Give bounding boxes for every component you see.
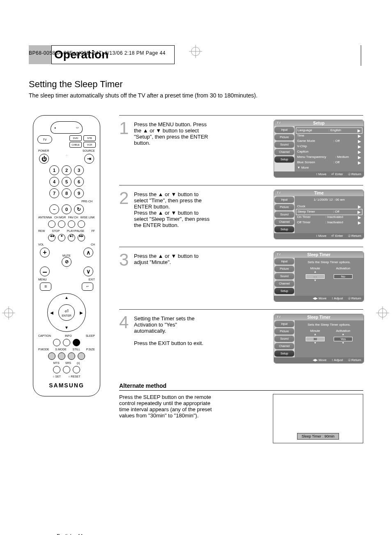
minute-label: Minute bbox=[306, 266, 325, 270]
osd-row[interactable]: Menu Transparency: Medium▶ bbox=[297, 155, 361, 160]
osd-nav-item[interactable]: Input bbox=[274, 197, 294, 203]
rec-button[interactable] bbox=[73, 366, 80, 373]
alternate-title: Alternate method bbox=[119, 382, 363, 391]
osd-nav-item[interactable]: Channel bbox=[274, 149, 294, 155]
chmgr-button[interactable] bbox=[58, 220, 65, 228]
dpad-down[interactable]: ▼ bbox=[65, 325, 69, 330]
caption-button[interactable] bbox=[53, 339, 60, 346]
chevron-right-icon: ▶ bbox=[358, 220, 361, 225]
num-3[interactable]: 3 bbox=[74, 165, 84, 175]
activation-value[interactable]: No bbox=[334, 274, 353, 279]
psize-button[interactable] bbox=[78, 352, 85, 360]
info-button[interactable] bbox=[63, 339, 70, 346]
osd-nav-item[interactable]: Channel bbox=[274, 219, 294, 225]
osd-nav-item[interactable]: Channel bbox=[274, 280, 294, 287]
osd-footer-hint: ↕ Adjust bbox=[332, 358, 343, 362]
stop-button[interactable]: ■ bbox=[58, 234, 65, 241]
step-number: 3 bbox=[119, 251, 134, 302]
prech-button[interactable]: ↻ bbox=[74, 204, 84, 214]
minute-value[interactable]: - - bbox=[306, 274, 325, 279]
osd-nav-item[interactable]: Channel bbox=[274, 343, 294, 350]
num-8[interactable]: 8 bbox=[62, 188, 71, 198]
num-1[interactable]: 1 bbox=[49, 165, 59, 175]
srs-button[interactable] bbox=[63, 366, 70, 373]
favch-button[interactable] bbox=[68, 220, 75, 228]
osd-nav-item[interactable]: Input bbox=[274, 321, 294, 327]
osd-footer-hint: ⦾ Return bbox=[348, 234, 361, 238]
minute-value[interactable]: 30 bbox=[306, 337, 325, 341]
dpad-up[interactable]: ▲ bbox=[65, 295, 69, 300]
sleep-button[interactable] bbox=[73, 339, 80, 346]
osd-row-label: Time bbox=[297, 134, 304, 138]
num-0[interactable]: 0 bbox=[62, 204, 71, 214]
osd-nav-item[interactable]: Picture bbox=[274, 266, 294, 272]
device-stb[interactable]: STB bbox=[83, 135, 96, 141]
osd-nav-item[interactable]: Sound bbox=[274, 211, 294, 218]
osd-row-label: Menu Transparency bbox=[297, 155, 326, 160]
exit-button[interactable]: ↩ bbox=[82, 283, 93, 291]
osd-row[interactable]: V-Chip▶ bbox=[297, 144, 361, 149]
antenna-button[interactable] bbox=[48, 220, 55, 228]
osd-nav-item[interactable]: Input bbox=[274, 127, 294, 133]
crop-rule bbox=[361, 45, 361, 66]
source-button[interactable]: ⇥ bbox=[84, 154, 94, 164]
osd-nav-item[interactable]: Sound bbox=[274, 141, 294, 148]
num-2[interactable]: 2 bbox=[62, 165, 71, 175]
tv-button[interactable]: TV bbox=[37, 135, 52, 144]
osd-row[interactable]: Language: English▶ bbox=[296, 127, 362, 134]
osd-row[interactable]: Time▶ bbox=[297, 133, 361, 139]
num-4[interactable]: 4 bbox=[49, 177, 59, 187]
vol-down[interactable]: – bbox=[40, 266, 50, 276]
device-cable[interactable]: CABLE bbox=[69, 142, 82, 148]
osd-row[interactable]: On Timer: Inactivated▶ bbox=[297, 215, 361, 220]
osd-row[interactable]: ▼ More bbox=[297, 165, 361, 170]
mute-button[interactable]: ⊘ bbox=[62, 257, 71, 267]
num-5[interactable]: 5 bbox=[62, 177, 71, 187]
osd-nav-item[interactable]: Picture bbox=[274, 328, 294, 335]
still-button[interactable] bbox=[68, 352, 75, 360]
osd-row[interactable]: Blue Screen: Off▶ bbox=[297, 160, 361, 165]
osd-nav-item[interactable]: Sound bbox=[274, 336, 294, 342]
osd-row[interactable]: Game Mode: Off▶ bbox=[297, 139, 361, 144]
num-6[interactable]: 6 bbox=[74, 177, 84, 187]
osd-nav-item[interactable]: Setup bbox=[274, 288, 294, 294]
ch-down[interactable]: ∨ bbox=[83, 266, 93, 276]
prech-label: PRE-CH bbox=[81, 200, 92, 203]
menu-button[interactable]: ☰ bbox=[40, 283, 51, 291]
wiselink-button[interactable] bbox=[78, 220, 85, 228]
ch-up[interactable]: ∧ bbox=[83, 248, 93, 257]
osd-nav-item[interactable]: Setup bbox=[274, 156, 294, 163]
smode-button[interactable] bbox=[58, 352, 65, 360]
power-button[interactable]: ⏻ bbox=[39, 154, 49, 164]
osd-row[interactable]: Off Timer: Inactivated▶ bbox=[297, 220, 361, 225]
device-vcr[interactable]: VCR bbox=[83, 142, 96, 148]
osd-nav-item[interactable]: Setup bbox=[274, 226, 294, 233]
dpad-right[interactable]: ▶ bbox=[80, 310, 83, 315]
playpause-button[interactable]: ▶ǁ bbox=[68, 234, 75, 241]
device-dvd[interactable]: DVD bbox=[69, 135, 82, 141]
osd-nav-item[interactable]: Setup bbox=[274, 350, 294, 357]
osd-row-label: On Timer bbox=[297, 215, 311, 220]
num-7[interactable]: 7 bbox=[49, 188, 59, 198]
dpad-left[interactable]: ◀ bbox=[50, 310, 53, 315]
vol-up[interactable]: + bbox=[40, 248, 50, 257]
dpad[interactable]: ▲ ▼ ◀ ▶ ⏎ENTER bbox=[47, 293, 86, 332]
enter-button[interactable]: ⏎ENTER bbox=[58, 304, 75, 321]
osd-row[interactable]: Sleep Timer: Off▶ bbox=[296, 209, 362, 215]
osd-title: TimeTV bbox=[274, 190, 364, 196]
pmode-button[interactable] bbox=[48, 352, 55, 360]
rew-button[interactable]: ◀◀ bbox=[48, 234, 55, 241]
activation-value[interactable]: Yes bbox=[334, 337, 353, 341]
osd-nav-item[interactable]: Sound bbox=[274, 273, 294, 280]
reset-label: ○ RESET bbox=[68, 375, 81, 378]
osd-nav-item[interactable]: Picture bbox=[274, 134, 294, 141]
step-number: 4 bbox=[119, 314, 134, 364]
dash-button[interactable]: – bbox=[49, 204, 59, 214]
ff-button[interactable]: ▶▶ bbox=[78, 234, 85, 241]
osd-nav-item[interactable]: Picture bbox=[274, 204, 294, 211]
osd-panel: Sleep TimerTVInputPictureSoundChannelSet… bbox=[274, 314, 364, 364]
osd-row[interactable]: Caption▶ bbox=[297, 149, 361, 155]
mts-button[interactable] bbox=[53, 366, 60, 373]
num-9[interactable]: 9 bbox=[74, 188, 84, 198]
osd-nav-item[interactable]: Input bbox=[274, 258, 294, 265]
